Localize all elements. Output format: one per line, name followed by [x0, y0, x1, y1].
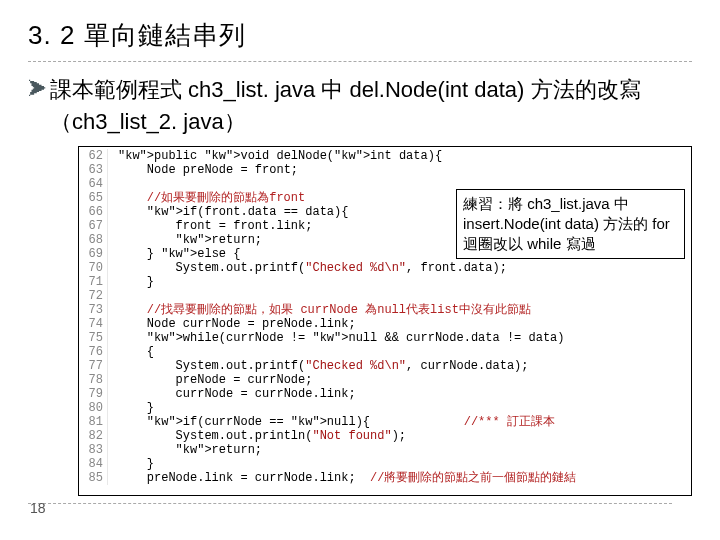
footer-divider — [28, 503, 672, 504]
line-numbers: 6263646566676869707172737475767778798081… — [79, 149, 108, 485]
practice-callout: 練習：將 ch3_list.java 中 insert.Node(int dat… — [456, 189, 685, 259]
bullet-marker: ⮞ — [28, 74, 50, 104]
section-title: 3. 2 單向鏈結串列 — [28, 18, 692, 62]
code-screenshot: 6263646566676869707172737475767778798081… — [78, 146, 692, 496]
page-number: 18 — [30, 500, 46, 516]
body-text: 課本範例程式 ch3_list. java 中 del.Node(int dat… — [50, 74, 692, 138]
